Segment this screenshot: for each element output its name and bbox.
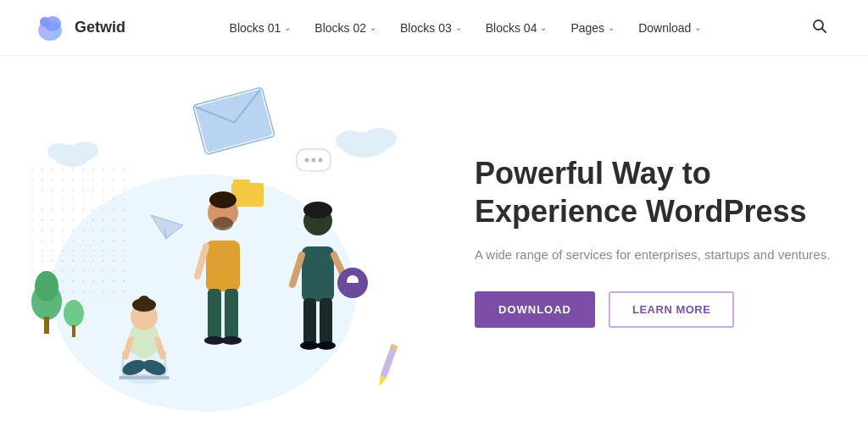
chevron-down-icon: ⌄ [370, 23, 376, 32]
logo-text: Getwid [75, 19, 125, 36]
svg-point-10 [363, 128, 397, 150]
search-icon [812, 19, 827, 34]
chevron-down-icon: ⌄ [694, 23, 701, 32]
hero-content: Powerful Way toExperience WordPress A wi… [441, 154, 834, 329]
nav-item-blocks-04[interactable]: Blocks 04⌄ [476, 14, 558, 41]
svg-point-62 [319, 158, 323, 163]
nav-item-download[interactable]: Download⌄ [628, 14, 711, 41]
nav-label: Download [638, 21, 691, 35]
svg-point-46 [221, 336, 242, 345]
svg-point-57 [317, 341, 336, 350]
svg-point-8 [47, 143, 71, 160]
svg-marker-59 [303, 171, 310, 180]
svg-rect-26 [119, 376, 170, 379]
svg-rect-36 [231, 183, 264, 207]
nav-label: Blocks 04 [486, 21, 537, 35]
svg-rect-14 [195, 89, 273, 152]
svg-point-19 [35, 271, 58, 302]
svg-rect-49 [302, 246, 334, 302]
svg-rect-54 [303, 298, 316, 345]
svg-point-21 [64, 300, 84, 327]
svg-rect-22 [72, 325, 75, 337]
svg-point-48 [303, 202, 332, 219]
hero-section: Powerful Way toExperience WordPress A wi… [0, 56, 868, 426]
hero-title: Powerful Way toExperience WordPress [475, 154, 834, 230]
download-button[interactable]: DOWNLOAD [475, 291, 595, 328]
chevron-down-icon: ⌄ [455, 23, 462, 32]
nav-label: Blocks 02 [314, 21, 366, 35]
svg-rect-43 [208, 289, 221, 340]
svg-point-39 [213, 217, 233, 230]
svg-marker-64 [376, 376, 387, 388]
svg-point-56 [300, 341, 319, 350]
learn-more-button[interactable]: LEARN MORE [609, 291, 734, 328]
svg-point-11 [336, 130, 366, 151]
hero-buttons: DOWNLOAD LEARN MORE [475, 291, 834, 328]
chevron-down-icon: ⌄ [284, 23, 291, 32]
svg-rect-41 [206, 241, 240, 291]
svg-point-7 [71, 141, 98, 160]
svg-rect-37 [233, 180, 250, 186]
search-button[interactable] [805, 12, 834, 44]
svg-point-60 [305, 158, 309, 163]
svg-rect-44 [225, 289, 238, 340]
svg-point-2 [40, 17, 50, 27]
svg-rect-55 [320, 298, 332, 345]
nav-item-pages[interactable]: Pages⌄ [560, 14, 625, 41]
svg-point-30 [138, 296, 150, 307]
logo[interactable]: Getwid [34, 12, 125, 44]
nav-label: Blocks 01 [230, 21, 281, 35]
svg-point-40 [209, 191, 236, 208]
hero-illustration [0, 56, 441, 426]
nav-item-blocks-01[interactable]: Blocks 01⌄ [220, 14, 302, 41]
logo-icon [34, 12, 66, 44]
svg-line-4 [821, 28, 826, 32]
svg-rect-20 [44, 317, 49, 334]
nav-label: Pages [570, 21, 604, 35]
site-header: Getwid Blocks 01⌄Blocks 02⌄Blocks 03⌄Blo… [0, 0, 868, 56]
main-nav: Blocks 01⌄Blocks 02⌄Blocks 03⌄Blocks 04⌄… [220, 14, 712, 41]
chevron-down-icon: ⌄ [608, 23, 615, 32]
hero-subtitle: A wide range of services for enterprises… [475, 246, 834, 265]
chevron-down-icon: ⌄ [540, 23, 547, 32]
nav-item-blocks-03[interactable]: Blocks 03⌄ [390, 14, 472, 41]
nav-label: Blocks 03 [400, 21, 452, 35]
svg-point-61 [312, 158, 316, 163]
nav-item-blocks-02[interactable]: Blocks 02⌄ [304, 14, 387, 41]
